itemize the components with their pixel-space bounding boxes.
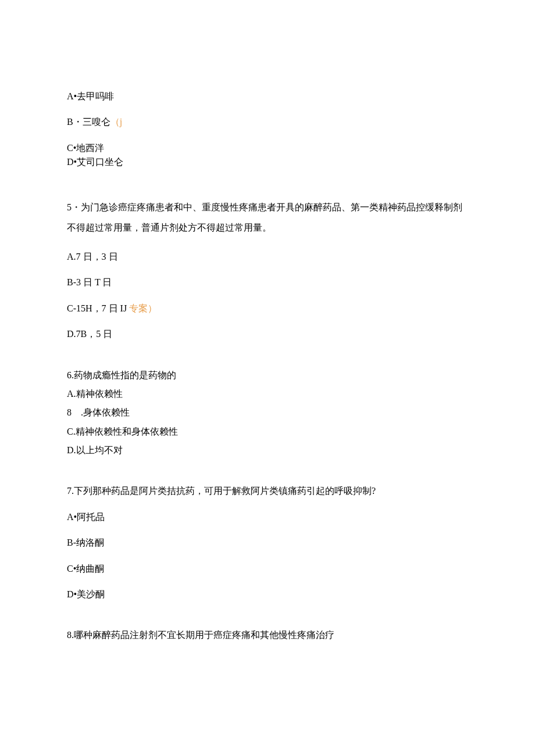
q6-option-c: C.精神依赖性和身体依赖性 bbox=[67, 425, 468, 438]
q7-option-a: A•阿托品 bbox=[67, 511, 468, 524]
q4-option-b: B・三嗖仑（j bbox=[67, 116, 468, 128]
q4-option-a: A•去甲吗啡 bbox=[67, 90, 468, 103]
q5-text: 5・为门急诊癌症疼痛患者和中、重度慢性疼痛患者开具的麻醉药品、第一类精神药品控缓… bbox=[67, 197, 468, 238]
q7-option-c: C•纳曲酮 bbox=[67, 562, 468, 575]
q5-option-d: D.7B，5 日 bbox=[67, 328, 468, 341]
q6-text: 6.药物成瘾性指的是药物的 bbox=[67, 369, 468, 382]
q8-text: 8.哪种麻醉药品注射剂不宜长期用于癌症疼痛和其他慢性疼痛治疗 bbox=[67, 629, 468, 642]
q5-option-b: B-3 日 T 日 bbox=[67, 276, 468, 289]
q4-option-c: C•地西泮 bbox=[67, 142, 468, 155]
q4-option-d: D•艾司口坐仑 bbox=[67, 156, 468, 169]
q5-option-a: A.7 日，3 日 bbox=[67, 250, 468, 263]
q6-option-d: D.以上均不对 bbox=[67, 444, 468, 457]
q6-option-a: A.精神依赖性 bbox=[67, 388, 468, 400]
q6-option-b: 8 .身体依赖性 bbox=[67, 406, 468, 419]
q7-option-d: D•美沙酮 bbox=[67, 588, 468, 601]
q5-option-c-highlight: 专案） bbox=[129, 303, 157, 313]
q7-option-b: B-纳洛酮 bbox=[67, 536, 468, 549]
q7-text: 7.下列那种药品是阿片类拮抗药，可用于解救阿片类镇痛药引起的呼吸抑制? bbox=[67, 485, 468, 497]
q5-option-c: C-15H，7 日 IJ 专案） bbox=[67, 302, 468, 315]
q4-option-b-highlight: （j bbox=[110, 117, 122, 127]
q4-option-b-text: B・三嗖仑 bbox=[67, 117, 110, 127]
q5-option-c-text: C-15H，7 日 IJ bbox=[67, 303, 129, 313]
